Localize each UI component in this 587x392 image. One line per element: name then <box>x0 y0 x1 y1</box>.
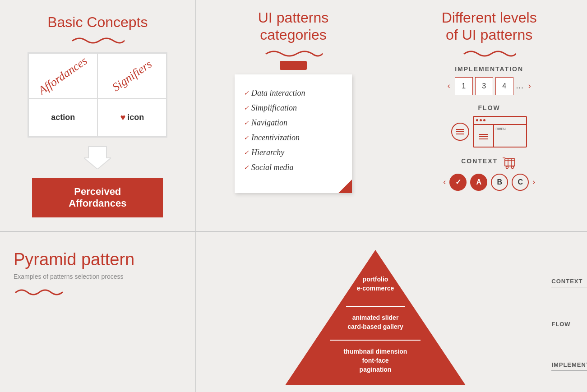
stepper-check[interactable]: ✓ <box>449 174 467 191</box>
mid-text-2: card-based gallery <box>347 323 403 330</box>
flow-icons: menu <box>451 116 527 148</box>
list-item: ✓ Data interaction <box>244 86 343 101</box>
menu-label: menu <box>495 126 506 131</box>
stepper-a[interactable]: A <box>470 174 487 191</box>
flow-title: FLOW <box>405 104 573 111</box>
stepper-c[interactable]: C <box>512 174 529 191</box>
context-section: CONTEXT ‹ ✓ A B C › <box>405 157 573 191</box>
heart-icon: ♥ <box>120 112 125 123</box>
sidebar-line <box>479 134 488 135</box>
pyramid-area: portfolio e-commerce animated slider car… <box>196 232 587 392</box>
prev-arrow[interactable]: ‹ <box>445 79 453 93</box>
mid-text-1: animated slider <box>352 314 399 321</box>
page-btn-4[interactable]: 4 <box>495 77 513 95</box>
hamburger-icon <box>456 129 464 134</box>
arrow-down-container <box>18 144 177 171</box>
action-label: action <box>51 113 75 122</box>
implementation-level-label: IMPLEMENTATION <box>551 360 587 371</box>
context-next-arrow[interactable]: › <box>532 177 535 187</box>
pyramid-wrapper: portfolio e-commerce animated slider car… <box>267 245 515 385</box>
clipboard-container: ✓ Data interaction ✓ Simplification ✓ Na… <box>235 65 352 193</box>
page-btn-3[interactable]: 3 <box>475 77 493 95</box>
check-icon: ✓ <box>244 89 249 97</box>
pyramid-svg: portfolio e-commerce animated slider car… <box>267 245 484 385</box>
main-area-mockup: menu <box>494 125 526 147</box>
check-icon: ✓ <box>244 134 249 142</box>
sidebar-line <box>479 136 488 137</box>
signifiers-cell: Signifiers <box>97 53 166 98</box>
list-item: ✓ Navigation <box>244 115 343 130</box>
sidebar-line <box>479 138 488 139</box>
list-item: ✓ Hierarchy <box>244 145 343 160</box>
affordances-label: Affordances <box>36 54 90 97</box>
squiggle-2 <box>264 48 323 57</box>
concept-grid: Affordances Signifiers action ♥ icon <box>28 52 167 138</box>
clipboard-list: ✓ Data interaction ✓ Simplification ✓ Na… <box>244 81 343 180</box>
bottom-text-1: thumbnail dimension <box>344 348 407 355</box>
next-arrow[interactable]: › <box>526 79 533 93</box>
basic-concepts-title: Basic Concepts <box>18 14 177 31</box>
pagination-row: ‹ 1 3 4 … › <box>405 77 573 95</box>
perceived-affordances-box: Perceived Affordances <box>32 178 163 217</box>
top-text-2: e-commerce <box>357 285 394 292</box>
ui-patterns-title: UI patterns categories <box>214 9 373 44</box>
bottom-section: Pyramid pattern Examples of patterns sel… <box>0 231 587 392</box>
perceived-affordances-label: Perceived Affordances <box>69 186 126 209</box>
folded-corner <box>338 180 352 193</box>
sidebar-mockup <box>474 125 494 147</box>
browser-content: menu <box>474 125 526 147</box>
svg-point-5 <box>506 166 508 168</box>
check-icon: ✓ <box>244 119 249 127</box>
different-levels-panel: Different levels of UI patterns IMPLEMEN… <box>391 0 587 231</box>
flow-container: menu <box>405 116 573 148</box>
svg-rect-1 <box>505 159 515 166</box>
page-btn-1[interactable]: 1 <box>455 77 473 95</box>
context-stepper: ‹ ✓ A B C › <box>405 174 573 191</box>
flow-level-label: FLOW <box>551 320 587 330</box>
ham-line <box>456 131 464 132</box>
implementation-section: IMPLEMENTATION ‹ 1 3 4 … › <box>405 65 573 95</box>
clipboard-clip <box>280 61 307 70</box>
ui-patterns-panel: UI patterns categories ✓ Data interactio… <box>196 0 392 231</box>
bottom-text-3: pagination <box>360 366 392 373</box>
pyramid-info: Pyramid pattern Examples of patterns sel… <box>0 232 196 392</box>
browser-dot <box>476 119 478 121</box>
action-cell: action <box>28 98 97 137</box>
clipboard-paper: ✓ Data interaction ✓ Simplification ✓ Na… <box>235 74 352 193</box>
squiggle-bottom <box>14 287 63 296</box>
svg-point-6 <box>512 166 514 168</box>
context-line <box>551 287 587 287</box>
signifiers-label: Signifiers <box>110 58 154 95</box>
stepper-b[interactable]: B <box>491 174 508 191</box>
squiggle-3 <box>462 48 516 57</box>
browser-mockup: menu <box>473 116 527 148</box>
check-icon: ✓ <box>244 104 249 112</box>
page-dots: … <box>516 81 524 91</box>
list-item: ✓ Social media <box>244 160 343 175</box>
ham-line <box>456 129 464 130</box>
implementation-title: IMPLEMENTATION <box>405 65 573 73</box>
context-title: CONTEXT <box>461 157 498 165</box>
check-icon: ✓ <box>244 149 249 157</box>
list-item: ✓ Incentivization <box>244 130 343 145</box>
check-icon: ✓ <box>244 164 249 171</box>
pyramid-title: Pyramid pattern <box>14 250 182 269</box>
cart-icon <box>501 157 517 170</box>
browser-dot <box>480 119 482 121</box>
pyramid-subtitle: Examples of patterns selection process <box>14 273 182 280</box>
implementation-line <box>551 370 587 371</box>
icon-cell: ♥ icon <box>97 98 166 137</box>
flow-line <box>551 330 587 330</box>
flow-section: FLOW <box>405 104 573 148</box>
affordances-cell: Affordances <box>28 53 97 98</box>
ham-line <box>456 134 464 134</box>
icon-label: icon <box>127 113 144 122</box>
context-prev-arrow[interactable]: ‹ <box>443 177 446 187</box>
basic-concepts-panel: Basic Concepts Affordances Signifiers ac… <box>0 0 196 231</box>
different-levels-title: Different levels of UI patterns <box>405 9 573 44</box>
browser-dot <box>483 119 485 121</box>
list-item: ✓ Simplification <box>244 101 343 115</box>
squiggle-1 <box>70 35 125 44</box>
hamburger-circle <box>451 123 469 141</box>
bottom-text-2: font-face <box>362 357 389 364</box>
